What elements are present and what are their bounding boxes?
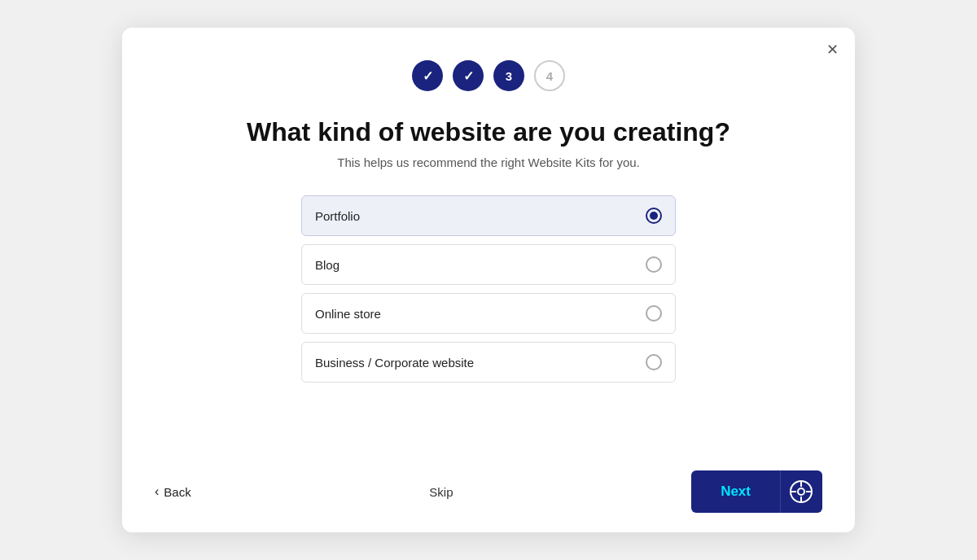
- back-button-label: Back: [164, 485, 191, 499]
- next-icon-button[interactable]: [780, 470, 822, 513]
- option-online-store-radio: [646, 305, 662, 322]
- option-blog-radio: [646, 256, 662, 273]
- option-portfolio[interactable]: Portfolio: [301, 195, 676, 236]
- option-blog[interactable]: Blog: [301, 244, 676, 285]
- option-online-store-label: Online store: [315, 307, 381, 321]
- next-area: Next: [691, 470, 822, 513]
- option-business-radio: [646, 354, 662, 370]
- step-1-label: ✓: [423, 68, 433, 84]
- page-subtitle: This helps us recommend the right Websit…: [337, 155, 640, 169]
- radio-inner-filled: [650, 212, 658, 220]
- step-2-label: ✓: [463, 68, 474, 84]
- close-button[interactable]: ✕: [826, 42, 839, 57]
- step-4: 4: [534, 60, 565, 91]
- page-title: What kind of website are you creating?: [247, 117, 730, 147]
- crosshair-icon: [788, 479, 814, 505]
- back-button[interactable]: ‹ Back: [155, 484, 191, 499]
- back-arrow-icon: ‹: [155, 484, 159, 499]
- next-button[interactable]: Next: [691, 470, 780, 513]
- step-4-label: 4: [546, 69, 553, 83]
- options-list: Portfolio Blog Online store Business / C…: [301, 195, 676, 383]
- option-business[interactable]: Business / Corporate website: [301, 342, 676, 383]
- step-3-label: 3: [506, 69, 512, 83]
- stepper: ✓ ✓ 3 4: [412, 60, 565, 91]
- next-button-label: Next: [721, 483, 751, 499]
- option-blog-label: Blog: [315, 258, 340, 272]
- skip-button-label: Skip: [429, 485, 453, 499]
- footer: ‹ Back Skip Next: [155, 454, 822, 532]
- close-icon: ✕: [826, 42, 839, 58]
- option-portfolio-label: Portfolio: [315, 209, 360, 223]
- step-2: ✓: [453, 60, 484, 91]
- wizard-modal: ✕ ✓ ✓ 3 4 What kind of website are you c…: [122, 28, 855, 532]
- step-3: 3: [493, 60, 524, 91]
- option-online-store[interactable]: Online store: [301, 293, 676, 334]
- step-1: ✓: [412, 60, 443, 91]
- svg-point-1: [798, 488, 804, 495]
- skip-button[interactable]: Skip: [429, 485, 453, 499]
- option-business-label: Business / Corporate website: [315, 356, 474, 370]
- option-portfolio-radio: [646, 208, 662, 224]
